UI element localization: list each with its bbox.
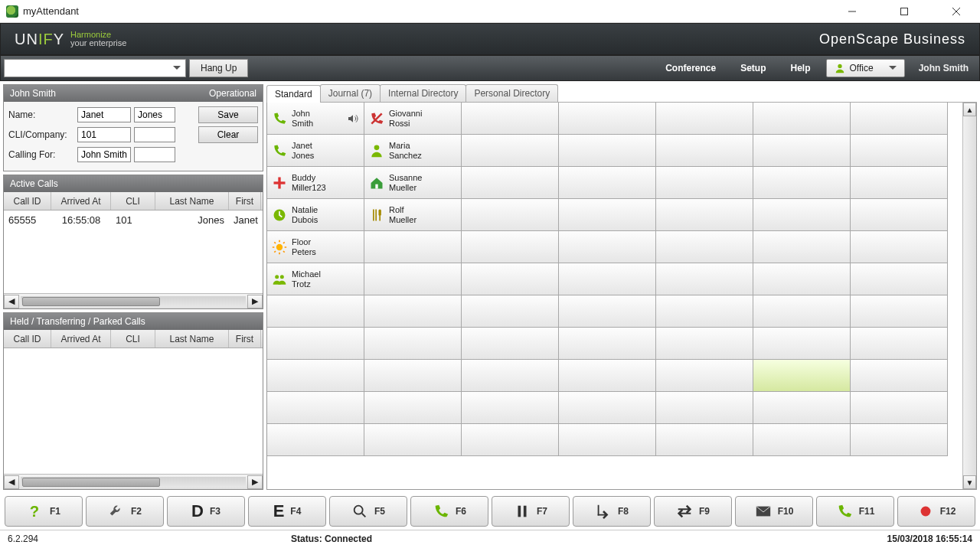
contact-cell[interactable] bbox=[850, 327, 948, 360]
clear-button[interactable]: Clear bbox=[198, 126, 258, 143]
setup-link[interactable]: Setup bbox=[728, 56, 778, 80]
contact-cell[interactable] bbox=[364, 263, 462, 295]
close-button[interactable] bbox=[939, 0, 974, 23]
f2-button[interactable]: F2 bbox=[86, 496, 164, 527]
scroll-left-icon[interactable]: ◀ bbox=[4, 295, 19, 308]
contact-cell[interactable] bbox=[558, 359, 656, 392]
col-call-id[interactable]: Call ID bbox=[4, 330, 51, 348]
contact-cell[interactable] bbox=[558, 198, 656, 231]
contact-cell[interactable] bbox=[558, 134, 656, 167]
contact-cell[interactable] bbox=[267, 359, 364, 392]
contact-cell[interactable] bbox=[461, 391, 559, 424]
col-arrived[interactable]: Arrived At bbox=[51, 330, 111, 348]
scroll-down-icon[interactable]: ▼ bbox=[963, 475, 976, 489]
contact-cell[interactable] bbox=[850, 391, 948, 424]
contact-cell[interactable] bbox=[267, 295, 364, 328]
f4-button[interactable]: E F4 bbox=[248, 496, 326, 527]
contact-cell[interactable] bbox=[558, 423, 656, 456]
contact-cell[interactable] bbox=[753, 134, 851, 167]
scroll-thumb[interactable] bbox=[22, 478, 160, 487]
contact-cell[interactable] bbox=[753, 103, 851, 135]
col-first[interactable]: First bbox=[229, 192, 261, 210]
active-scrollbar[interactable]: ◀ ▶ bbox=[4, 293, 263, 308]
contact-cell[interactable] bbox=[558, 295, 656, 328]
contact-cell[interactable]: BuddyMiller123 bbox=[267, 166, 364, 199]
contact-cell[interactable] bbox=[850, 295, 948, 328]
contact-cell[interactable] bbox=[364, 295, 462, 328]
scroll-up-icon[interactable]: ▲ bbox=[963, 103, 976, 116]
contact-cell[interactable] bbox=[850, 166, 948, 199]
f11-button[interactable]: F11 bbox=[816, 496, 894, 527]
presence-dropdown[interactable]: Office bbox=[826, 59, 905, 77]
help-link[interactable]: Help bbox=[779, 56, 823, 80]
contact-cell[interactable]: RolfMueller bbox=[364, 198, 462, 231]
contact-cell[interactable] bbox=[461, 198, 559, 231]
contact-cell[interactable] bbox=[850, 359, 948, 392]
contact-cell[interactable] bbox=[558, 103, 656, 135]
f7-button[interactable]: F7 bbox=[492, 496, 570, 527]
contact-cell[interactable] bbox=[558, 327, 656, 360]
col-arrived[interactable]: Arrived At bbox=[51, 192, 111, 210]
hangup-button[interactable]: Hang Up bbox=[189, 59, 248, 77]
f6-button[interactable]: F6 bbox=[410, 496, 488, 527]
col-lastname[interactable]: Last Name bbox=[155, 330, 229, 348]
contact-cell[interactable] bbox=[753, 166, 851, 199]
contact-cell[interactable] bbox=[655, 327, 753, 360]
contact-cell[interactable] bbox=[461, 359, 559, 392]
scroll-right-icon[interactable]: ▶ bbox=[247, 475, 263, 489]
contact-cell[interactable]: JohnSmith bbox=[267, 103, 364, 135]
contact-cell[interactable] bbox=[558, 263, 656, 295]
contact-cell[interactable] bbox=[655, 166, 753, 199]
contact-cell[interactable] bbox=[850, 134, 948, 167]
contact-cell[interactable] bbox=[558, 230, 656, 263]
contact-cell[interactable] bbox=[267, 391, 364, 424]
contact-cell[interactable] bbox=[850, 263, 948, 295]
contact-cell[interactable] bbox=[461, 263, 559, 295]
tab-personal-directory[interactable]: Personal Directory bbox=[466, 84, 558, 102]
contact-cell[interactable] bbox=[364, 359, 462, 392]
f10-button[interactable]: F10 bbox=[735, 496, 813, 527]
board-vscroll[interactable]: ▲ ▼ bbox=[962, 103, 976, 489]
tab-journal[interactable]: Journal (7) bbox=[320, 84, 381, 102]
contact-cell[interactable] bbox=[655, 103, 753, 135]
contact-cell[interactable] bbox=[655, 198, 753, 231]
f9-button[interactable]: F9 bbox=[654, 496, 732, 527]
contact-cell[interactable] bbox=[267, 327, 364, 360]
contact-cell[interactable]: SusanneMueller bbox=[364, 166, 462, 199]
contact-cell[interactable]: MichaelTrotz bbox=[267, 263, 364, 295]
contact-cell[interactable]: JanetJones bbox=[267, 134, 364, 167]
contact-cell[interactable] bbox=[655, 423, 753, 456]
scroll-right-icon[interactable]: ▶ bbox=[247, 295, 263, 308]
contact-cell[interactable] bbox=[364, 391, 462, 424]
scroll-thumb[interactable] bbox=[22, 297, 160, 306]
contact-cell[interactable] bbox=[850, 198, 948, 231]
contact-cell[interactable] bbox=[364, 230, 462, 263]
contact-cell[interactable] bbox=[461, 230, 559, 263]
maximize-button[interactable] bbox=[887, 0, 922, 23]
table-row[interactable]: 65555 16:55:08 101 Jones Janet bbox=[4, 210, 263, 229]
col-lastname[interactable]: Last Name bbox=[155, 192, 229, 210]
contact-cell[interactable] bbox=[655, 295, 753, 328]
tab-internal-directory[interactable]: Internal Directory bbox=[380, 84, 466, 102]
contact-cell[interactable] bbox=[753, 263, 851, 295]
last-name-input[interactable] bbox=[134, 107, 175, 122]
f8-button[interactable]: F8 bbox=[573, 496, 651, 527]
contact-cell[interactable] bbox=[267, 423, 364, 456]
contact-cell[interactable] bbox=[753, 391, 851, 424]
contact-cell[interactable] bbox=[364, 423, 462, 456]
contact-cell[interactable] bbox=[461, 134, 559, 167]
conference-link[interactable]: Conference bbox=[653, 56, 728, 80]
contact-cell[interactable]: NatalieDubois bbox=[267, 198, 364, 231]
col-call-id[interactable]: Call ID bbox=[4, 192, 51, 210]
contact-cell[interactable] bbox=[461, 423, 559, 456]
cli-input[interactable] bbox=[77, 127, 131, 142]
contact-cell[interactable] bbox=[850, 230, 948, 263]
contact-cell[interactable] bbox=[753, 327, 851, 360]
contact-cell[interactable]: FloorPeters bbox=[267, 230, 364, 263]
contact-cell[interactable]: GiovanniRossi bbox=[364, 103, 462, 135]
contact-cell[interactable] bbox=[753, 230, 851, 263]
contact-cell[interactable] bbox=[558, 391, 656, 424]
contact-cell[interactable] bbox=[558, 166, 656, 199]
calling-for-input[interactable] bbox=[77, 147, 131, 162]
col-cli[interactable]: CLI bbox=[111, 192, 155, 210]
